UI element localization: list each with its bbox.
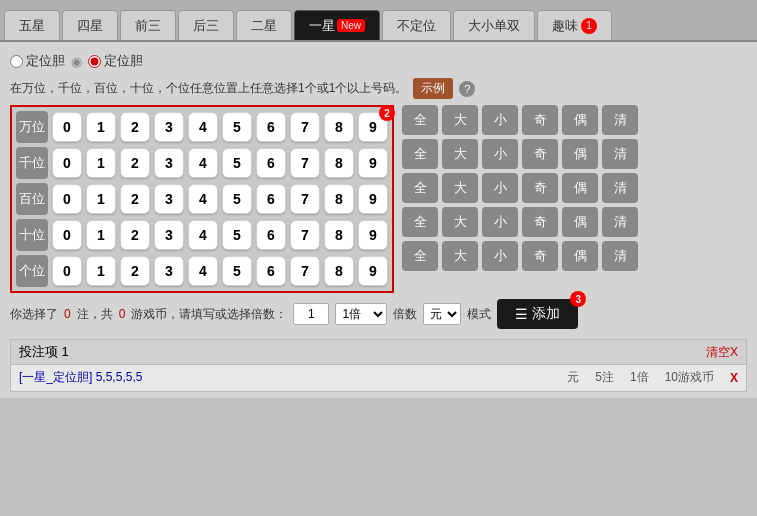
radio-dingweidian2[interactable]: [88, 55, 101, 68]
quick-all-baiwei[interactable]: 全: [402, 173, 438, 203]
quick-even-shiwei[interactable]: 偶: [562, 207, 598, 237]
digit-btn-gewei-5[interactable]: 5: [222, 256, 252, 286]
digit-btn-gewei-9[interactable]: 9: [358, 256, 388, 286]
clear-all-button[interactable]: 清空X: [706, 344, 738, 361]
digit-btn-wanwei-4[interactable]: 4: [188, 112, 218, 142]
quick-all-wanwei[interactable]: 全: [402, 105, 438, 135]
digit-btn-qianwei-5[interactable]: 5: [222, 148, 252, 178]
quick-small-wanwei[interactable]: 小: [482, 105, 518, 135]
tab-erxing[interactable]: 二星: [236, 10, 292, 40]
digit-btn-gewei-1[interactable]: 1: [86, 256, 116, 286]
digit-btn-wanwei-8[interactable]: 8: [324, 112, 354, 142]
quick-even-wanwei[interactable]: 偶: [562, 105, 598, 135]
quick-clear-baiwei[interactable]: 清: [602, 173, 638, 203]
digit-btn-baiwei-4[interactable]: 4: [188, 184, 218, 214]
quick-small-baiwei[interactable]: 小: [482, 173, 518, 203]
quick-clear-shiwei[interactable]: 清: [602, 207, 638, 237]
example-button[interactable]: 示例: [413, 78, 453, 99]
tab-quwei[interactable]: 趣味 1: [537, 10, 612, 40]
tab-wuxing[interactable]: 五星: [4, 10, 60, 40]
digit-btn-baiwei-8[interactable]: 8: [324, 184, 354, 214]
quick-small-qianwei[interactable]: 小: [482, 139, 518, 169]
quick-big-baiwei[interactable]: 大: [442, 173, 478, 203]
quick-even-gewei[interactable]: 偶: [562, 241, 598, 271]
digit-btn-wanwei-0[interactable]: 0: [52, 112, 82, 142]
quick-odd-gewei[interactable]: 奇: [522, 241, 558, 271]
quick-even-baiwei[interactable]: 偶: [562, 173, 598, 203]
digit-btn-shiwei-8[interactable]: 8: [324, 220, 354, 250]
quick-big-qianwei[interactable]: 大: [442, 139, 478, 169]
tab-daxiaodanshuang[interactable]: 大小单双: [453, 10, 535, 40]
digit-btn-qianwei-1[interactable]: 1: [86, 148, 116, 178]
quick-even-qianwei[interactable]: 偶: [562, 139, 598, 169]
digit-btn-baiwei-1[interactable]: 1: [86, 184, 116, 214]
digit-btn-wanwei-9[interactable]: 9 2: [358, 112, 388, 142]
digit-btn-baiwei-2[interactable]: 2: [120, 184, 150, 214]
digit-btn-wanwei-2[interactable]: 2: [120, 112, 150, 142]
digit-btn-shiwei-1[interactable]: 1: [86, 220, 116, 250]
digit-btn-wanwei-5[interactable]: 5: [222, 112, 252, 142]
digit-btn-qianwei-8[interactable]: 8: [324, 148, 354, 178]
digit-btn-qianwei-6[interactable]: 6: [256, 148, 286, 178]
quick-clear-qianwei[interactable]: 清: [602, 139, 638, 169]
quick-big-shiwei[interactable]: 大: [442, 207, 478, 237]
quick-odd-qianwei[interactable]: 奇: [522, 139, 558, 169]
digit-btn-qianwei-0[interactable]: 0: [52, 148, 82, 178]
help-icon[interactable]: ?: [459, 81, 475, 97]
digit-btn-baiwei-5[interactable]: 5: [222, 184, 252, 214]
quick-big-gewei[interactable]: 大: [442, 241, 478, 271]
quick-odd-shiwei[interactable]: 奇: [522, 207, 558, 237]
digit-btn-baiwei-9[interactable]: 9: [358, 184, 388, 214]
radio-dingweidian1[interactable]: [10, 55, 23, 68]
tab-budingwei[interactable]: 不定位: [382, 10, 451, 40]
radio-option1[interactable]: 定位胆: [10, 52, 65, 70]
tab-qiansan[interactable]: 前三: [120, 10, 176, 40]
digit-btn-qianwei-3[interactable]: 3: [154, 148, 184, 178]
quick-all-shiwei[interactable]: 全: [402, 207, 438, 237]
quick-odd-baiwei[interactable]: 奇: [522, 173, 558, 203]
digit-btn-gewei-8[interactable]: 8: [324, 256, 354, 286]
digit-btn-qianwei-9[interactable]: 9: [358, 148, 388, 178]
yuan-select[interactable]: 元 角: [423, 303, 461, 325]
quick-big-wanwei[interactable]: 大: [442, 105, 478, 135]
digit-btn-wanwei-1[interactable]: 1: [86, 112, 116, 142]
radio-option2[interactable]: 定位胆: [88, 52, 143, 70]
digit-btn-shiwei-4[interactable]: 4: [188, 220, 218, 250]
quick-small-shiwei[interactable]: 小: [482, 207, 518, 237]
tab-yixing[interactable]: 一星 New: [294, 10, 380, 40]
digit-btn-shiwei-7[interactable]: 7: [290, 220, 320, 250]
digit-btn-gewei-4[interactable]: 4: [188, 256, 218, 286]
digit-btn-shiwei-5[interactable]: 5: [222, 220, 252, 250]
digit-btn-shiwei-6[interactable]: 6: [256, 220, 286, 250]
digit-btn-gewei-2[interactable]: 2: [120, 256, 150, 286]
multiplier-input[interactable]: [293, 303, 329, 325]
digit-btn-gewei-0[interactable]: 0: [52, 256, 82, 286]
quick-all-gewei[interactable]: 全: [402, 241, 438, 271]
digit-btn-baiwei-6[interactable]: 6: [256, 184, 286, 214]
digit-btn-gewei-7[interactable]: 7: [290, 256, 320, 286]
digit-btn-qianwei-2[interactable]: 2: [120, 148, 150, 178]
quick-odd-wanwei[interactable]: 奇: [522, 105, 558, 135]
digit-btn-baiwei-7[interactable]: 7: [290, 184, 320, 214]
mult-select[interactable]: 1倍 2倍 5倍 10倍: [335, 303, 387, 325]
quick-small-gewei[interactable]: 小: [482, 241, 518, 271]
digit-btn-baiwei-3[interactable]: 3: [154, 184, 184, 214]
digit-btn-shiwei-9[interactable]: 9: [358, 220, 388, 250]
digit-btn-shiwei-3[interactable]: 3: [154, 220, 184, 250]
digit-btn-gewei-6[interactable]: 6: [256, 256, 286, 286]
tab-housan[interactable]: 后三: [178, 10, 234, 40]
digit-btn-wanwei-6[interactable]: 6: [256, 112, 286, 142]
digit-btn-gewei-3[interactable]: 3: [154, 256, 184, 286]
tab-sixing[interactable]: 四星: [62, 10, 118, 40]
digit-btn-shiwei-0[interactable]: 0: [52, 220, 82, 250]
add-button[interactable]: ☰ 添加 3: [497, 299, 578, 329]
digit-btn-wanwei-7[interactable]: 7: [290, 112, 320, 142]
digit-btn-baiwei-0[interactable]: 0: [52, 184, 82, 214]
digit-btn-shiwei-2[interactable]: 2: [120, 220, 150, 250]
bet-remove-button[interactable]: X: [730, 369, 738, 386]
quick-all-qianwei[interactable]: 全: [402, 139, 438, 169]
digit-btn-qianwei-7[interactable]: 7: [290, 148, 320, 178]
quick-clear-gewei[interactable]: 清: [602, 241, 638, 271]
quick-clear-wanwei[interactable]: 清: [602, 105, 638, 135]
digit-btn-qianwei-4[interactable]: 4: [188, 148, 218, 178]
